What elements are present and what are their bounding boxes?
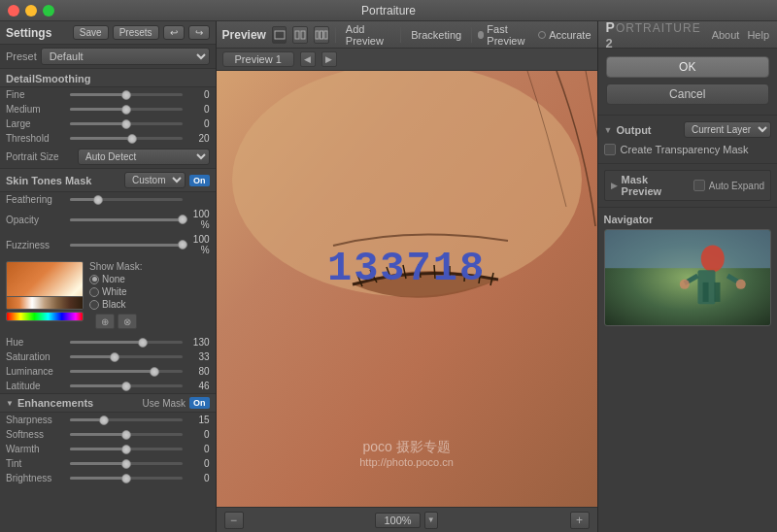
skin-tones-select[interactable]: Custom	[124, 172, 186, 188]
help-link[interactable]: Help	[747, 29, 769, 41]
svg-rect-0	[275, 31, 285, 39]
brightness-value: 0	[186, 473, 210, 483]
mask-preview-triangle[interactable]: ▶	[611, 181, 618, 190]
luminance-value: 80	[186, 366, 210, 377]
zoom-dropdown-btn[interactable]: ▼	[424, 512, 438, 529]
svg-point-10	[700, 245, 724, 272]
large-value: 0	[186, 118, 210, 129]
eyedropper-row: ⊕ ⊗	[89, 312, 143, 331]
maximize-button[interactable]	[43, 5, 54, 17]
tint-track[interactable]	[70, 462, 183, 465]
undo-button[interactable]: ↩	[163, 25, 185, 40]
preview-tab-1[interactable]: Preview 1	[222, 51, 294, 67]
accurate-radio[interactable]: Accurate	[538, 29, 591, 41]
luminance-label: Luminance	[6, 366, 66, 377]
view-triple-btn[interactable]	[314, 26, 329, 44]
hue-track[interactable]	[70, 341, 183, 344]
radio-black[interactable]: Black	[89, 299, 143, 310]
center-panel: Preview Add Preview Bracketing Fast Prev…	[217, 21, 597, 532]
radio-none-circle[interactable]	[89, 275, 99, 284]
bracketing-button[interactable]: Bracketing	[407, 28, 465, 42]
brightness-track[interactable]	[70, 477, 183, 480]
portrait-size-select[interactable]: Auto Detect	[78, 149, 210, 165]
view-single-btn[interactable]	[272, 26, 287, 44]
fuzziness-value: 100 %	[186, 234, 210, 255]
medium-track[interactable]	[70, 108, 183, 111]
preset-select[interactable]: Default	[41, 48, 210, 65]
slider-fine: Fine 0	[0, 87, 216, 102]
mask-preview-label: Mask Preview	[622, 174, 690, 197]
redo-button[interactable]: ↪	[188, 25, 210, 40]
large-track[interactable]	[70, 122, 183, 125]
presets-button[interactable]: Presets	[113, 25, 159, 40]
saturation-label: Saturation	[6, 351, 66, 362]
saturation-track[interactable]	[70, 355, 183, 358]
settings-label: Settings	[6, 26, 69, 40]
separator-1	[598, 115, 777, 116]
toolbar-separator2	[400, 27, 401, 43]
fast-preview-dot	[478, 31, 484, 39]
create-transparency-row: Create Transparency Mask	[604, 142, 771, 157]
color-main-box[interactable]	[6, 261, 84, 310]
watermark-url: http://photo.poco.cn	[359, 456, 454, 468]
output-triangle[interactable]: ▼	[604, 125, 613, 135]
navigator-image[interactable]	[604, 229, 771, 326]
luminance-track[interactable]	[70, 370, 183, 373]
softness-track[interactable]	[70, 433, 183, 436]
feathering-track[interactable]	[70, 198, 183, 201]
save-button[interactable]: Save	[73, 25, 109, 40]
main-layout: Settings Save Presets ↩ ↪ Preset Default…	[0, 21, 777, 532]
warmth-track[interactable]	[70, 448, 183, 450]
radio-none-label: None	[102, 274, 125, 284]
svg-point-16	[679, 280, 689, 289]
create-transparency-checkbox[interactable]	[604, 144, 616, 155]
fine-track[interactable]	[70, 93, 183, 96]
toolbar-separator	[335, 27, 336, 43]
close-button[interactable]	[8, 5, 19, 17]
cancel-button[interactable]: Cancel	[606, 83, 769, 105]
zoom-out-button[interactable]: −	[224, 512, 244, 529]
center-bottom-bar: − 100% ▼ +	[217, 507, 597, 532]
tab-next-btn[interactable]: ▶	[321, 51, 337, 67]
navigator-svg	[605, 230, 770, 325]
slider-threshold: Threshold 20	[0, 131, 216, 146]
tab-prev-btn[interactable]: ◀	[300, 51, 316, 67]
threshold-track[interactable]	[70, 137, 183, 140]
output-select[interactable]: Current Layer	[684, 121, 771, 138]
slider-fuzziness: Fuzziness 100 %	[0, 232, 216, 257]
eyedropper-btn-1[interactable]: ⊕	[95, 314, 115, 329]
radio-black-circle[interactable]	[89, 300, 99, 310]
radio-white[interactable]: White	[89, 286, 143, 297]
about-link[interactable]: About	[712, 29, 740, 41]
brightness-label: Brightness	[6, 473, 66, 483]
color-swatch[interactable]	[6, 261, 84, 321]
zoom-in-button[interactable]: +	[570, 512, 590, 529]
portrait-size-row: Portrait Size Auto Detect	[0, 146, 216, 168]
fuzziness-track[interactable]	[70, 244, 183, 247]
accurate-dot	[538, 31, 546, 39]
enhancements-title: Enhancements	[17, 397, 139, 409]
view-split-btn[interactable]	[292, 26, 308, 44]
add-preview-button[interactable]: Add Preview	[342, 22, 395, 48]
preview-image-area[interactable]: 133718 poco 摄影专题 http://photo.poco.cn	[217, 71, 597, 507]
mask-preview-row[interactable]: ▶ Mask Preview Auto Expand	[604, 170, 771, 201]
opacity-track[interactable]	[70, 218, 183, 221]
show-mask-col: Show Mask: None White Black ⊕	[89, 261, 143, 331]
eyedropper-btn-2[interactable]: ⊗	[118, 314, 137, 329]
right-toolbar: PORTRAITURE 2 About Help	[598, 21, 777, 49]
enhancements-triangle[interactable]: ▼	[6, 399, 14, 408]
slider-feathering: Feathering	[0, 192, 216, 207]
radio-white-circle[interactable]	[89, 287, 99, 297]
fuzziness-label: Fuzziness	[6, 240, 66, 250]
radio-none[interactable]: None	[89, 274, 143, 284]
ok-button[interactable]: OK	[606, 56, 769, 78]
feathering-label: Feathering	[6, 194, 66, 205]
fast-preview-radio[interactable]: Fast Preview	[478, 23, 532, 47]
sharpness-track[interactable]	[70, 418, 183, 421]
fine-label: Fine	[6, 89, 66, 100]
auto-expand-checkbox[interactable]	[693, 180, 705, 191]
color-hue-bar[interactable]	[6, 312, 84, 321]
minimize-button[interactable]	[25, 5, 37, 17]
svg-rect-12	[702, 283, 708, 302]
latitude-track[interactable]	[70, 384, 183, 387]
